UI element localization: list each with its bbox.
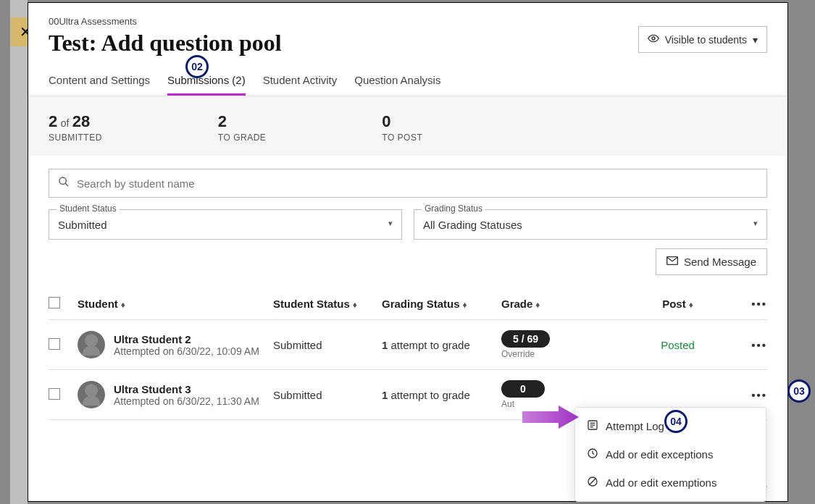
svg-point-0 (652, 37, 655, 40)
chevron-down-icon: ▾ (753, 34, 758, 46)
select-all-checkbox[interactable] (49, 297, 60, 308)
avatar (78, 331, 105, 358)
to-grade-label: TO GRADE (218, 133, 266, 143)
stat-submitted: 2 of 28 SUBMITTED (49, 112, 102, 143)
student-status-value: Submitted (58, 219, 107, 231)
visibility-dropdown[interactable]: Visible to students ▾ (638, 26, 767, 53)
row-more-icon[interactable]: ••• (751, 339, 767, 351)
to-post-label: TO POST (382, 133, 422, 143)
row-checkbox[interactable] (49, 388, 60, 400)
submitted-count: 2 (49, 112, 57, 130)
breadcrumb: 00Ultra Assessments (49, 16, 767, 27)
callout-03: 03 (787, 379, 811, 403)
background-window-strip (10, 0, 28, 504)
eye-icon (648, 33, 659, 46)
grid-header: Student♦ Student Status♦ Grading Status♦… (49, 297, 767, 320)
submitted-label: SUBMITTED (49, 133, 102, 143)
table-row: Ultra Student 2 Attempted on 6/30/22, 10… (49, 320, 767, 370)
post-status: Posted (617, 339, 738, 351)
grade-pill[interactable]: 0 (501, 380, 545, 398)
student-name[interactable]: Ultra Student 2 (114, 333, 259, 345)
grading-status-legend: Grading Status (422, 203, 485, 214)
menu-exceptions-label: Add or edit exceptions (606, 448, 713, 461)
sort-icon: ♦ (535, 300, 540, 310)
search-box[interactable] (49, 169, 767, 198)
menu-exemptions-label: Add or edit exemptions (606, 476, 716, 489)
sort-icon: ♦ (689, 300, 693, 310)
svg-line-2 (65, 183, 68, 186)
attempt-text: attempt to grade (388, 389, 469, 401)
sort-icon: ♦ (121, 300, 125, 310)
tab-submissions[interactable]: Submissions (2) (167, 74, 246, 96)
send-message-label: Send Message (684, 256, 756, 268)
grading-status-filter[interactable]: Grading Status All Grading Statuses ▾ (414, 209, 767, 240)
submitted-of: of (61, 117, 70, 129)
stat-to-grade: 2 TO GRADE (218, 112, 266, 143)
menu-add-edit-exemptions[interactable]: Add or edit exemptions (575, 469, 766, 497)
submitted-total: 28 (72, 112, 90, 130)
attempt-timestamp: Attempted on 6/30/22, 10:09 AM (114, 345, 259, 357)
column-post[interactable]: Post (662, 298, 686, 310)
student-status-value: Submitted (273, 339, 382, 351)
tab-content-and-settings[interactable]: Content and Settings (49, 74, 150, 96)
svg-point-1 (59, 177, 66, 184)
menu-attempt-log[interactable]: Attempt Log (575, 412, 766, 440)
stat-to-post: 0 TO POST (382, 112, 422, 143)
chevron-down-icon: ▾ (753, 219, 758, 228)
send-message-button[interactable]: Send Message (656, 248, 767, 275)
attempt-log-icon (587, 419, 598, 433)
menu-add-edit-exceptions[interactable]: Add or edit exceptions (575, 440, 766, 469)
grading-status-value: All Grading Statuses (423, 219, 522, 231)
grade-subtext: Override (501, 349, 617, 359)
column-grading-status[interactable]: Grading Status (382, 298, 460, 310)
menu-attempt-log-label: Attempt Log (606, 420, 664, 432)
student-name[interactable]: Ultra Student 3 (114, 383, 259, 395)
row-context-menu: Attempt Log Add or edit exceptions Add o… (574, 407, 766, 502)
grade-pill[interactable]: 5 / 69 (501, 330, 550, 348)
visibility-label: Visible to students (665, 34, 747, 46)
column-student[interactable]: Student (78, 298, 118, 310)
tab-student-activity[interactable]: Student Activity (263, 74, 338, 96)
to-post-count: 0 (382, 112, 390, 130)
attempt-text: attempt to grade (388, 339, 469, 351)
search-input[interactable] (77, 177, 758, 190)
row-checkbox[interactable] (49, 338, 60, 350)
avatar (78, 381, 105, 408)
attempt-timestamp: Attempted on 6/30/22, 11:30 AM (114, 395, 259, 407)
sort-icon: ♦ (353, 300, 357, 310)
student-status-filter[interactable]: Student Status Submitted ▾ (49, 209, 402, 240)
student-status-legend: Student Status (57, 203, 120, 214)
column-student-status[interactable]: Student Status (273, 298, 350, 310)
header-more-icon[interactable]: ••• (751, 298, 767, 310)
row-more-icon[interactable]: ••• (751, 389, 767, 401)
chevron-down-icon: ▾ (388, 219, 393, 228)
tab-bar: Content and Settings Submissions (2) Stu… (28, 56, 787, 96)
tab-question-analysis[interactable]: Question Analysis (354, 74, 440, 96)
search-icon (58, 176, 70, 190)
sort-icon: ♦ (463, 300, 467, 310)
prohibit-icon (587, 476, 598, 490)
envelope-icon (666, 256, 678, 268)
student-status-value: Submitted (273, 389, 382, 401)
stats-bar: 2 of 28 SUBMITTED 2 TO GRADE 0 TO POST (28, 96, 787, 156)
clock-icon (587, 448, 598, 461)
svg-line-10 (589, 478, 595, 484)
column-grade[interactable]: Grade (501, 298, 532, 310)
to-grade-count: 2 (218, 112, 227, 130)
